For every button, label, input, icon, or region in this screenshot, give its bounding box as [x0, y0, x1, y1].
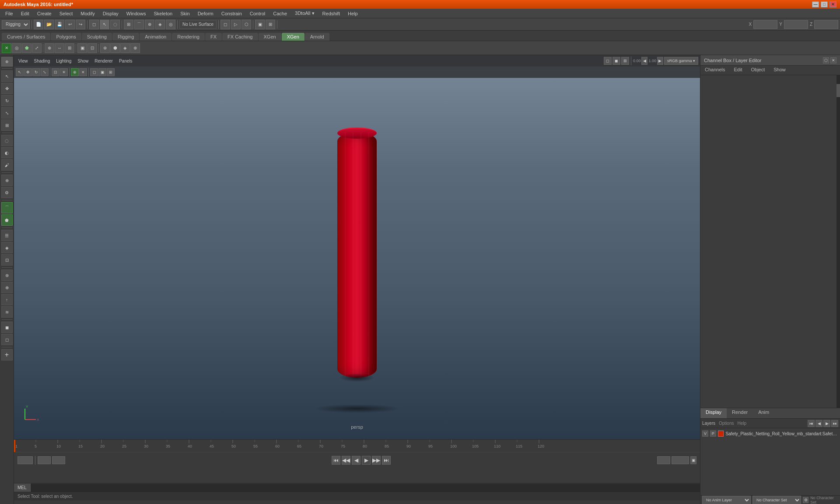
xgen-noise-btn[interactable]: ≋: [1, 306, 13, 318]
x-input[interactable]: [753, 20, 777, 29]
menu-constrain[interactable]: Constrain: [218, 10, 245, 17]
time-ruler[interactable]: 1 5 10 15 20 25 30: [14, 440, 700, 452]
play-fwd-btn[interactable]: ▶: [362, 456, 371, 465]
select-tool-btn[interactable]: ↖: [100, 20, 109, 29]
vp-icon2[interactable]: ▣: [98, 68, 106, 76]
icon-tb-btn8[interactable]: ▣: [77, 43, 87, 53]
ipr-btn[interactable]: ⬡: [242, 20, 251, 29]
extra-btn1[interactable]: ◼: [1, 322, 13, 333]
panel-close-btn[interactable]: ✕: [830, 57, 836, 63]
extra-btn2[interactable]: ◻: [1, 334, 13, 345]
move-tool[interactable]: ✥: [1, 83, 13, 94]
tab-sculpting[interactable]: Sculpting: [82, 33, 112, 41]
layers-subtab[interactable]: Layers: [702, 421, 715, 426]
tab-curves-surfaces[interactable]: Curves / Surfaces: [2, 33, 50, 41]
range-end-input[interactable]: 120: [52, 456, 65, 464]
object-tab[interactable]: Object: [746, 66, 769, 75]
layer-visibility-p[interactable]: P: [710, 430, 716, 437]
snap-grid-btn[interactable]: ⊞: [124, 20, 133, 29]
new-file-btn[interactable]: 📄: [34, 20, 43, 29]
char-set-btn[interactable]: ⚙: [803, 497, 808, 503]
show-menu[interactable]: Show: [75, 58, 91, 64]
paint-tool[interactable]: 🖌: [1, 159, 13, 171]
anim-layer-select[interactable]: No Anim Layer: [702, 496, 751, 504]
renderer-menu[interactable]: Renderer: [92, 58, 116, 64]
panel-float-btn[interactable]: ⬡: [823, 57, 829, 63]
y-input[interactable]: [784, 20, 808, 29]
tab-rendering[interactable]: Rendering: [172, 33, 205, 41]
vp-cam-btn[interactable]: ⊡: [52, 68, 60, 76]
minimize-button[interactable]: —: [812, 1, 819, 7]
icon-tb-btn12[interactable]: ◈: [120, 43, 130, 53]
display-tab[interactable]: Display: [700, 408, 727, 418]
menu-skin[interactable]: Skin: [177, 10, 193, 17]
curve-tool[interactable]: ⌒: [1, 202, 13, 214]
icon-tb-btn1[interactable]: ✕: [2, 43, 11, 53]
menu-deform[interactable]: Deform: [194, 10, 217, 17]
show-tab[interactable]: Show: [769, 66, 790, 75]
icon-tb-btn7[interactable]: ⊞: [65, 43, 74, 53]
icon-tb-btn5[interactable]: ⊕: [45, 43, 54, 53]
xgen-length-btn[interactable]: ⊕: [1, 282, 13, 293]
icon-tb-btn3[interactable]: ⬟: [22, 43, 32, 53]
layer-visibility-v[interactable]: V: [702, 430, 708, 437]
icon-tb-btn2[interactable]: ◎: [12, 43, 21, 53]
xgen-dir-btn[interactable]: ↑: [1, 294, 13, 305]
open-btn[interactable]: 📂: [44, 20, 54, 29]
step-fwd-btn[interactable]: ▶▶: [372, 456, 381, 465]
tool-settings[interactable]: ⚙: [1, 187, 13, 198]
help-subtab[interactable]: Help: [737, 421, 746, 426]
icon-tb-btn13[interactable]: ⊕: [130, 43, 140, 53]
channel-scrollbar-thumb[interactable]: [836, 84, 840, 97]
vp-scale-btn[interactable]: ⤡: [41, 68, 49, 76]
vp-move-btn[interactable]: ✥: [24, 68, 32, 76]
rotate-tool[interactable]: ↻: [1, 95, 13, 106]
tab-arnold[interactable]: Arnold: [305, 33, 329, 41]
mel-input[interactable]: [31, 484, 700, 492]
color-space-selector[interactable]: sRGB gamma ▾: [664, 57, 698, 65]
redo-btn[interactable]: ↪: [76, 20, 85, 29]
play-back-btn[interactable]: ◀: [352, 456, 360, 465]
tab-rigging[interactable]: Rigging: [112, 33, 139, 41]
layer-last-btn[interactable]: ⏭: [831, 420, 838, 427]
vp-snap2[interactable]: ✕: [79, 68, 87, 76]
layout-four[interactable]: ⊞: [266, 20, 275, 29]
select-mode-btn[interactable]: ◻: [89, 20, 99, 29]
snap-live-btn[interactable]: ◎: [166, 20, 175, 29]
tab-xgen[interactable]: XGen: [282, 33, 304, 41]
menu-3dtall[interactable]: 3DtoAll ▾: [291, 10, 318, 17]
layer-prev-btn[interactable]: ◀: [816, 420, 822, 427]
layer-first-btn[interactable]: ⏮: [808, 420, 815, 427]
menu-control[interactable]: Control: [246, 10, 269, 17]
plus-btn[interactable]: +: [1, 349, 13, 360]
lasso-btn[interactable]: ◌: [110, 20, 120, 29]
options-subtab[interactable]: Options: [719, 421, 734, 426]
tab-animation[interactable]: Animation: [140, 33, 172, 41]
menu-redshift[interactable]: Redshift: [319, 10, 343, 17]
vp-icon1[interactable]: ◻: [90, 68, 98, 76]
edit-tab[interactable]: Edit: [729, 66, 746, 75]
play-end-input[interactable]: 200: [672, 456, 689, 464]
vp-rot-btn[interactable]: ↻: [32, 68, 40, 76]
vp-textured-btn[interactable]: ⊞: [621, 57, 629, 65]
display-layer-btn[interactable]: ☰: [1, 230, 13, 241]
icon-tb-btn6[interactable]: ↔: [55, 43, 64, 53]
vp-icon3[interactable]: ⊞: [107, 68, 115, 76]
menu-modify[interactable]: Modify: [77, 10, 98, 17]
current-frame-input[interactable]: 1: [18, 456, 33, 464]
xgen-density-btn[interactable]: ⊛: [1, 270, 13, 281]
tab-fx-caching[interactable]: FX Caching: [222, 33, 258, 41]
undo-btn[interactable]: ↩: [65, 20, 75, 29]
viewport[interactable]: View Shading Lighting Show Renderer Pane…: [14, 55, 700, 439]
skip-start-btn[interactable]: ⏮: [332, 456, 340, 465]
menu-edit[interactable]: Edit: [18, 10, 33, 17]
char-set-select[interactable]: No Character Set: [752, 496, 801, 504]
vp-light-btn[interactable]: ☀: [60, 68, 68, 76]
layout-single[interactable]: ▣: [255, 20, 265, 29]
tab-polygons[interactable]: Polygons: [51, 33, 81, 41]
tab-fx[interactable]: FX: [205, 33, 222, 41]
mel-tab[interactable]: MEL: [14, 483, 31, 492]
scale-tool[interactable]: ⤡: [1, 107, 13, 119]
maximize-button[interactable]: □: [821, 1, 828, 7]
tab-custom[interactable]: XGen: [259, 33, 281, 41]
